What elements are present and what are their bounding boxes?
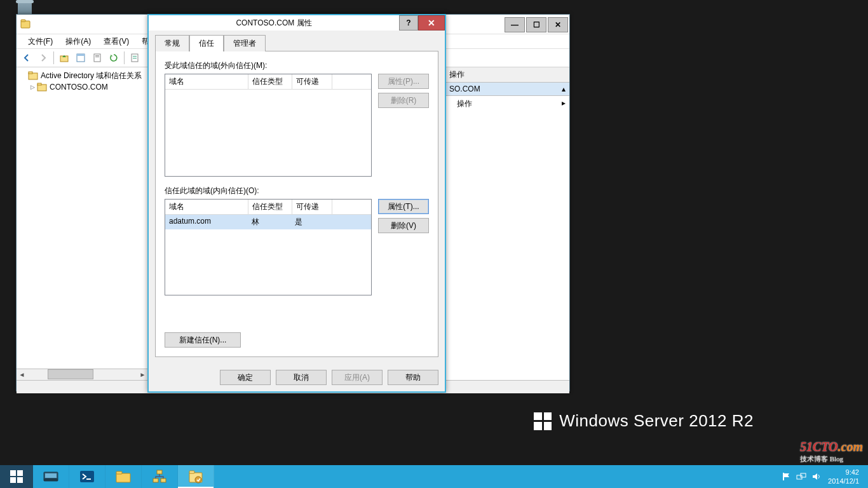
dialog-close-button[interactable]: ✕ [418, 15, 445, 30]
tray-network-icon[interactable] [796, 471, 806, 482]
site-watermark-part1: 51CTO [800, 440, 838, 454]
taskbar-server-manager[interactable] [33, 465, 69, 488]
mmc-actions-pane: 操作 SO.COM ▴ 操作 ▸ [445, 67, 569, 380]
new-trust-button[interactable]: 新建信任(N)... [165, 332, 241, 348]
actions-context-label: SO.COM [449, 85, 480, 93]
domain-icon [37, 82, 47, 92]
cell-type: 林 [248, 215, 291, 229]
windows-logo-icon [534, 412, 552, 430]
incoming-properties-button[interactable]: 属性(T)... [378, 199, 429, 214]
col-transitive[interactable]: 可传递 [292, 74, 332, 89]
show-hide-tree-button[interactable] [73, 50, 88, 65]
tree-root[interactable]: Active Directory 域和信任关系 [19, 70, 148, 81]
maximize-button[interactable]: ☐ [526, 17, 546, 32]
apply-button: 应用(A) [332, 370, 383, 385]
mmc-tree-pane: Active Directory 域和信任关系 ▷ CONTOSO.COM ◄ … [17, 67, 149, 380]
close-button[interactable]: ✕ [548, 17, 568, 32]
svg-rect-28 [189, 471, 194, 473]
tree-domain[interactable]: ▷ CONTOSO.COM [19, 81, 148, 93]
dialog-footer: 确定 取消 应用(A) 帮助 [149, 363, 445, 391]
menu-view[interactable]: 查看(V) [97, 34, 135, 48]
tray-date: 2014/12/1 [828, 477, 859, 485]
taskbar: 9:42 2014/12/1 [0, 465, 868, 488]
outgoing-trusts-label: 受此域信任的域(外向信任)(M): [165, 60, 429, 71]
tree-horizontal-scrollbar[interactable]: ◄ ► [17, 369, 148, 380]
toolbar-separator [53, 51, 54, 64]
up-button[interactable] [57, 50, 72, 65]
site-watermark: 51CTO.com 技术博客 Blog [800, 440, 863, 464]
tray-time: 9:42 [828, 468, 859, 477]
ad-trusts-icon [28, 71, 38, 81]
actions-more[interactable]: 操作 ▸ [445, 96, 569, 112]
tree-domain-label: CONTOSO.COM [47, 83, 108, 92]
scroll-right-arrow[interactable]: ► [137, 369, 148, 380]
dialog-titlebar[interactable]: CONTOSO.COM 属性 ? ✕ [149, 15, 445, 30]
ok-button[interactable]: 确定 [220, 370, 271, 385]
expander-icon[interactable]: ▷ [28, 84, 37, 90]
scroll-left-arrow[interactable]: ◄ [17, 369, 27, 380]
cell-domain: adatum.com [165, 215, 248, 229]
svg-rect-7 [95, 57, 99, 57]
tray-clock[interactable]: 9:42 2014/12/1 [824, 468, 863, 486]
actions-context-header[interactable]: SO.COM ▴ [445, 83, 569, 96]
scroll-thumb[interactable] [48, 369, 93, 379]
toolbar-separator [124, 51, 125, 64]
col-type[interactable]: 信任类型 [248, 200, 292, 214]
menu-file[interactable]: 文件(F) [22, 34, 59, 48]
menu-action[interactable]: 操作(A) [59, 34, 97, 48]
cancel-button[interactable]: 取消 [276, 370, 327, 385]
svg-rect-4 [77, 54, 85, 56]
domain-properties-dialog: CONTOSO.COM 属性 ? ✕ 常规 信任 管理者 受此域信任的域(外向信… [147, 14, 446, 393]
collapse-icon[interactable]: ▴ [562, 85, 566, 93]
col-domain[interactable]: 域名 [165, 200, 248, 214]
windows-logo-icon [10, 470, 23, 483]
tab-managedby[interactable]: 管理者 [224, 35, 266, 51]
incoming-trust-row[interactable]: adatum.com 林 是 [165, 215, 371, 229]
tray-flag-icon[interactable] [781, 471, 791, 482]
nav-forward-button[interactable] [36, 50, 51, 65]
minimize-button[interactable]: — [505, 17, 525, 32]
start-button[interactable] [0, 465, 33, 488]
taskbar-powershell[interactable] [69, 465, 105, 488]
svg-rect-23 [116, 471, 122, 474]
export-button[interactable] [90, 50, 105, 65]
actions-more-label: 操作 [457, 98, 472, 109]
taskbar-item-network[interactable] [142, 465, 178, 488]
site-watermark-part2: .com [838, 440, 863, 454]
refresh-button[interactable] [106, 50, 121, 65]
os-watermark-text: Windows Server 2012 R2 [559, 411, 754, 431]
svg-rect-5 [94, 54, 100, 62]
tab-strip: 常规 信任 管理者 [155, 34, 438, 51]
svg-rect-14 [29, 72, 32, 74]
svg-rect-10 [133, 58, 137, 58]
tab-general[interactable]: 常规 [155, 35, 189, 51]
svg-rect-16 [37, 83, 41, 85]
cell-transitive: 是 [291, 215, 330, 229]
properties-button[interactable] [127, 50, 142, 65]
actions-header: 操作 [445, 67, 569, 83]
svg-point-29 [195, 477, 201, 483]
col-spacer [332, 74, 371, 89]
taskbar-ad-trusts[interactable] [178, 465, 214, 488]
taskbar-explorer[interactable] [105, 465, 142, 488]
tab-trust[interactable]: 信任 [189, 35, 224, 51]
nav-back-button[interactable] [19, 50, 34, 65]
outgoing-trusts-list[interactable]: 域名 信任类型 可传递 [165, 74, 372, 177]
col-type[interactable]: 信任类型 [248, 74, 292, 89]
svg-rect-19 [45, 473, 57, 478]
submenu-icon: ▸ [562, 98, 566, 109]
dialog-help-button[interactable]: ? [399, 15, 418, 30]
system-tray: 9:42 2014/12/1 [778, 465, 868, 488]
site-watermark-sub: 技术博客 Blog [800, 454, 863, 464]
incoming-trusts-list[interactable]: 域名 信任类型 可传递 adatum.com 林 是 [165, 199, 372, 295]
col-domain[interactable]: 域名 [165, 74, 248, 89]
svg-rect-1 [21, 20, 25, 22]
help-button[interactable]: 帮助 [388, 370, 438, 385]
svg-rect-9 [133, 56, 137, 57]
incoming-remove-button[interactable]: 删除(V) [378, 218, 429, 233]
mmc-app-icon [17, 15, 34, 34]
svg-rect-22 [116, 473, 130, 482]
col-transitive[interactable]: 可传递 [292, 200, 332, 214]
svg-rect-20 [80, 471, 94, 482]
tray-sound-icon[interactable] [811, 471, 822, 482]
